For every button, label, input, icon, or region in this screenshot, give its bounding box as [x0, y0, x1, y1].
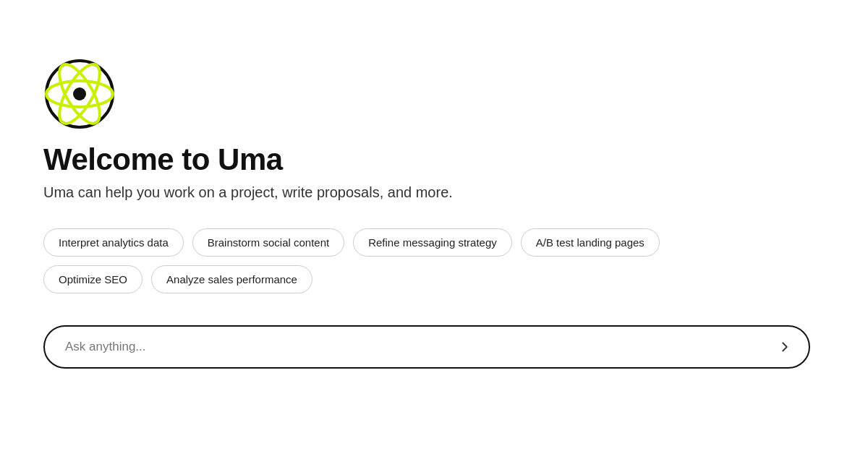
chip-ab-test[interactable]: A/B test landing pages [521, 228, 660, 257]
chip-refine-messaging[interactable]: Refine messaging strategy [353, 228, 512, 257]
chip-interpret-analytics[interactable]: Interpret analytics data [43, 228, 184, 257]
chip-brainstorm-social[interactable]: Brainstorm social content [192, 228, 344, 257]
svg-point-4 [73, 87, 86, 100]
welcome-title: Welcome to Uma [43, 143, 283, 176]
search-input[interactable] [43, 325, 810, 369]
send-icon [777, 339, 793, 355]
page-wrapper: Welcome to Uma Uma can help you work on … [0, 0, 868, 464]
chip-optimize-seo[interactable]: Optimize SEO [43, 265, 142, 293]
uma-logo [43, 58, 116, 130]
welcome-subtitle: Uma can help you work on a project, writ… [43, 182, 453, 202]
search-bar-container [43, 325, 810, 369]
chip-analyze-sales[interactable]: Analyze sales performance [151, 265, 312, 293]
suggestion-chips: Interpret analytics data Brainstorm soci… [43, 228, 694, 293]
send-button[interactable] [770, 332, 800, 362]
